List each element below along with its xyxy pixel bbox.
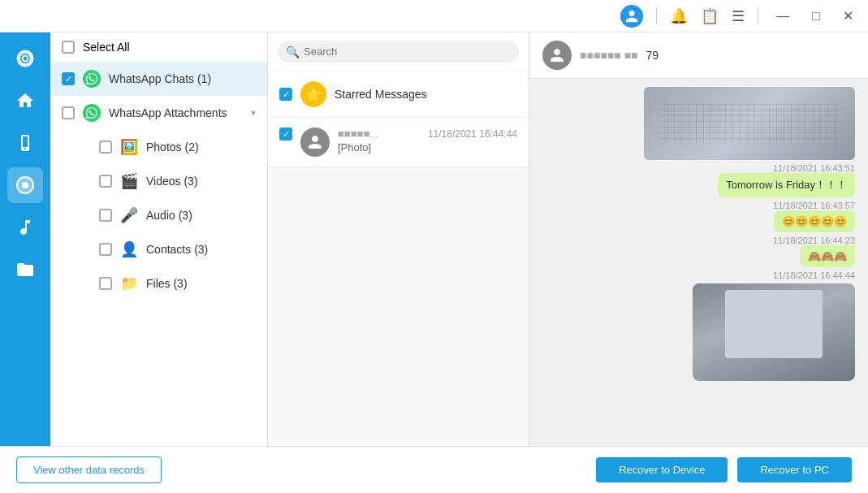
svg-point-1 xyxy=(24,57,28,61)
chat-timestamp-4: 11/18/2021 16:44:44 xyxy=(773,270,855,280)
chat-body: 11/18/2021 16:43:51 Tomorrow is Friday！！… xyxy=(529,79,868,446)
whatsapp-attachments-icon xyxy=(83,104,101,122)
menu-icon[interactable]: ☰ xyxy=(732,7,745,25)
chat-row-1: 11/18/2021 16:43:51 Tomorrow is Friday！！… xyxy=(542,163,855,197)
chat-timestamp-1: 11/18/2021 16:43:51 xyxy=(773,163,855,173)
chat-row-3: 11/18/2021 16:44:23 🙈🙈🙈 xyxy=(542,236,855,267)
starred-label: Starred Messages xyxy=(335,88,427,101)
title-bar-icons: 🔔 📋 ☰ — □ ✕ xyxy=(620,5,858,28)
msg-avatar xyxy=(300,128,330,157)
photos-icon: 🖼️ xyxy=(120,138,138,156)
starred-icon: ⭐ xyxy=(300,81,326,107)
msg-name: ■■■■■... xyxy=(338,128,378,140)
select-all-item[interactable]: Select All xyxy=(50,32,267,62)
contacts-label: Contacts (3) xyxy=(146,243,256,256)
audio-item[interactable]: 🎤 Audio (3) xyxy=(50,198,267,232)
user-avatar-icon[interactable] xyxy=(620,5,643,28)
msg-time: 11/18/2021 16:44:44 xyxy=(428,128,517,140)
nav-app-logo[interactable] xyxy=(7,41,43,76)
search-wrapper: 🔍 xyxy=(278,41,519,63)
recover-to-pc-button[interactable]: Recover to PC xyxy=(737,457,852,482)
messages-list-panel: 🔍 ⭐ Starred Messages ■■■■■... xyxy=(268,32,529,446)
nav-music[interactable] xyxy=(7,210,43,245)
photos-item[interactable]: 🖼️ Photos (2) xyxy=(50,130,267,164)
chat-panel: ■■■■■■ ■■ 79 11/18/2021 16:43:51 Tomorro… xyxy=(529,32,868,446)
maximize-button[interactable]: □ xyxy=(807,7,825,25)
chat-bubble-2: 😊😊😊😊😊 xyxy=(774,210,855,232)
videos-label: Videos (3) xyxy=(146,175,256,188)
nav-home[interactable] xyxy=(7,83,43,119)
files-checkbox[interactable] xyxy=(99,277,112,290)
whatsapp-chats-icon xyxy=(83,70,101,88)
main-layout: Select All WhatsApp Chats (1) WhatsApp A… xyxy=(0,32,868,446)
svg-point-7 xyxy=(22,182,28,188)
message-item[interactable]: ■■■■■... 11/18/2021 16:44:44 [Photo] xyxy=(268,118,529,167)
select-all-label: Select All xyxy=(83,41,130,54)
view-other-records-button[interactable]: View other data records xyxy=(16,456,162,483)
nav-cloud[interactable] xyxy=(7,167,43,203)
whatsapp-chats-item[interactable]: WhatsApp Chats (1) xyxy=(50,62,267,96)
msg-checkbox[interactable] xyxy=(279,128,292,141)
chat-timestamp-3: 11/18/2021 16:44:23 xyxy=(773,236,855,245)
icon-nav xyxy=(0,32,50,446)
chat-timestamp-2: 11/18/2021 16:43:57 xyxy=(773,201,855,210)
close-button[interactable]: ✕ xyxy=(838,6,858,25)
audio-label: Audio (3) xyxy=(146,209,256,222)
msg-content: ■■■■■... 11/18/2021 16:44:44 [Photo] xyxy=(338,128,517,154)
msg-top: ■■■■■... 11/18/2021 16:44:44 xyxy=(338,128,517,140)
bottom-bar: View other data records Recover to Devic… xyxy=(0,446,868,493)
select-all-checkbox[interactable] xyxy=(62,41,75,54)
msg-preview: [Photo] xyxy=(338,141,517,154)
files-item[interactable]: 📁 Files (3) xyxy=(50,266,267,301)
audio-icon: 🎤 xyxy=(120,206,138,224)
minimize-button[interactable]: — xyxy=(771,7,794,25)
whatsapp-attachments-checkbox[interactable] xyxy=(62,106,75,119)
search-input[interactable] xyxy=(278,41,519,63)
title-bar: 🔔 📋 ☰ — □ ✕ xyxy=(0,0,868,32)
files-icon: 📁 xyxy=(120,275,138,292)
tree-panel: Select All WhatsApp Chats (1) WhatsApp A… xyxy=(50,32,268,446)
whatsapp-attachments-item[interactable]: WhatsApp Attachments ▾ xyxy=(50,96,267,130)
contacts-checkbox[interactable] xyxy=(99,243,112,256)
chat-header: ■■■■■■ ■■ 79 xyxy=(529,32,868,79)
chat-user-name: ■■■■■■ ■■ xyxy=(580,49,638,62)
videos-icon: 🎬 xyxy=(120,172,138,190)
svg-point-4 xyxy=(24,148,26,149)
phone-thumbnail xyxy=(693,283,855,381)
nav-folder[interactable] xyxy=(7,252,43,288)
contacts-icon: 👤 xyxy=(120,240,138,258)
starred-messages-item[interactable]: ⭐ Starred Messages xyxy=(268,71,529,118)
chat-bubble-1: Tomorrow is Friday！！！ xyxy=(718,173,855,197)
expand-icon[interactable]: ▾ xyxy=(251,107,256,119)
photos-checkbox[interactable] xyxy=(99,141,112,154)
photos-label: Photos (2) xyxy=(146,141,256,154)
nav-phone[interactable] xyxy=(7,125,43,161)
svg-rect-3 xyxy=(23,136,28,147)
videos-checkbox[interactable] xyxy=(99,175,112,188)
whatsapp-chats-checkbox[interactable] xyxy=(62,72,75,85)
search-icon: 🔍 xyxy=(286,45,300,58)
chat-bubble-3: 🙈🙈🙈 xyxy=(800,245,855,267)
bottom-actions: Recover to Device Recover to PC xyxy=(596,457,852,482)
starred-checkbox[interactable] xyxy=(279,88,292,101)
chat-row-2: 11/18/2021 16:43:57 😊😊😊😊😊 xyxy=(542,201,855,232)
separator xyxy=(656,8,657,24)
whatsapp-chats-label: WhatsApp Chats (1) xyxy=(109,72,256,85)
chat-row-4: 11/18/2021 16:44:44 xyxy=(542,270,855,381)
search-bar: 🔍 xyxy=(268,32,529,71)
chat-header-avatar xyxy=(542,41,572,70)
app-container: 🔔 📋 ☰ — □ ✕ xyxy=(0,0,868,493)
contacts-item[interactable]: 👤 Contacts (3) xyxy=(50,232,267,266)
whatsapp-attachments-label: WhatsApp Attachments xyxy=(109,106,243,119)
recover-to-device-button[interactable]: Recover to Device xyxy=(596,457,728,482)
document-icon[interactable]: 📋 xyxy=(701,7,719,25)
separator2 xyxy=(758,8,758,24)
videos-item[interactable]: 🎬 Videos (3) xyxy=(50,164,267,198)
files-label: Files (3) xyxy=(146,277,256,290)
chat-message-count: 79 xyxy=(646,49,659,62)
audio-checkbox[interactable] xyxy=(99,209,112,222)
keyboard-thumbnail xyxy=(644,87,855,160)
bell-icon[interactable]: 🔔 xyxy=(670,7,688,25)
